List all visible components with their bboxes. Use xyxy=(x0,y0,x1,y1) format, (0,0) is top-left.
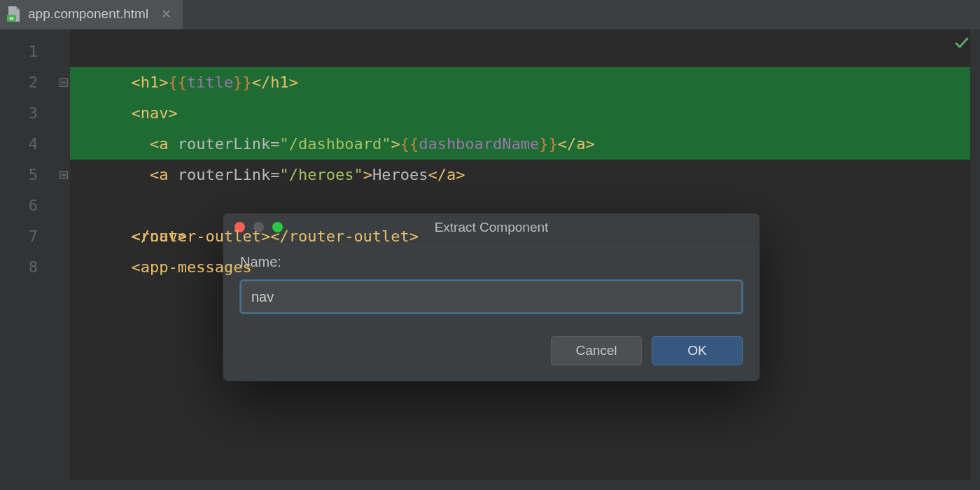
fold-toggle-icon[interactable] xyxy=(59,78,68,87)
line-number: 7 xyxy=(0,221,38,252)
close-icon[interactable]: ✕ xyxy=(161,8,172,20)
name-label: Name: xyxy=(240,254,743,270)
line-number: 3 xyxy=(0,98,38,129)
editor-tab-bar: H app.component.html ✕ xyxy=(0,0,980,29)
fold-toggle-icon[interactable] xyxy=(59,171,68,179)
line-number: 5 xyxy=(0,160,38,190)
html-file-icon: H xyxy=(7,6,21,22)
dialog-footer: Cancel OK xyxy=(223,319,760,381)
code-line[interactable]: <h1>{{title}}</h1> xyxy=(70,36,980,67)
horizontal-scrollbar[interactable] xyxy=(70,480,970,490)
line-number-gutter: 1 2 3 4 5 6 7 8 xyxy=(0,29,57,490)
dialog-body: Name: xyxy=(223,241,760,319)
cancel-button[interactable]: Cancel xyxy=(551,336,642,365)
editor-tab[interactable]: H app.component.html ✕ xyxy=(0,0,183,29)
fold-gutter xyxy=(57,29,70,490)
line-number: 6 xyxy=(0,190,38,221)
line-number: 8 xyxy=(0,252,38,283)
component-name-input[interactable] xyxy=(240,280,743,314)
editor-marker-strip[interactable] xyxy=(970,29,980,490)
inspection-ok-icon[interactable] xyxy=(953,35,970,57)
tab-filename: app.component.html xyxy=(28,6,148,22)
line-number: 4 xyxy=(0,129,38,160)
line-number: 1 xyxy=(0,36,38,67)
svg-text:H: H xyxy=(10,15,14,22)
code-line[interactable]: <a routerLink="/dashboard">{{dashboardNa… xyxy=(70,98,980,129)
ok-button[interactable]: OK xyxy=(652,336,743,365)
line-number: 2 xyxy=(0,67,38,98)
